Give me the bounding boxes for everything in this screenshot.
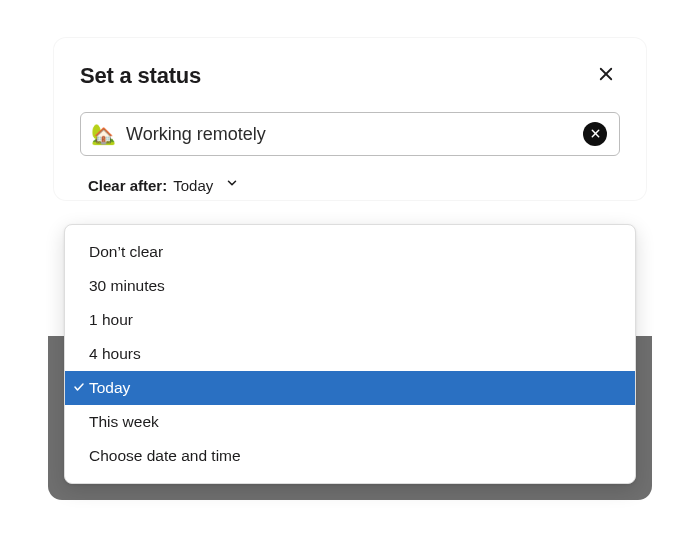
option-4-hours[interactable]: 4 hours [65,337,635,371]
clear-after-value: Today [173,177,213,194]
option-label: 1 hour [89,311,133,329]
option-today[interactable]: Today [65,371,635,405]
status-emoji-icon[interactable]: 🏡 [91,124,116,144]
set-status-modal: Set a status 🏡 Working remotely Clear af… [54,38,646,200]
option-dont-clear[interactable]: Don’t clear [65,235,635,269]
option-label: Today [89,379,130,397]
clear-after-label: Clear after: [88,177,167,194]
option-label: 4 hours [89,345,141,363]
close-button[interactable] [592,62,620,90]
option-1-hour[interactable]: 1 hour [65,303,635,337]
clear-after-dropdown-trigger[interactable]: Clear after: Today [80,176,239,194]
option-label: 30 minutes [89,277,165,295]
x-circle-icon [590,125,601,143]
modal-header: Set a status [80,62,620,90]
status-input[interactable]: 🏡 Working remotely [80,112,620,156]
modal-title: Set a status [80,63,201,89]
check-icon [73,379,85,397]
option-choose-date-time[interactable]: Choose date and time [65,439,635,473]
option-label: This week [89,413,159,431]
close-icon [597,65,615,87]
option-this-week[interactable]: This week [65,405,635,439]
option-30-minutes[interactable]: 30 minutes [65,269,635,303]
clear-status-button[interactable] [583,122,607,146]
clear-after-dropdown: Don’t clear 30 minutes 1 hour 4 hours To… [64,224,636,484]
chevron-down-icon [219,176,239,194]
status-text-value: Working remotely [126,124,573,145]
option-label: Choose date and time [89,447,241,465]
option-label: Don’t clear [89,243,163,261]
